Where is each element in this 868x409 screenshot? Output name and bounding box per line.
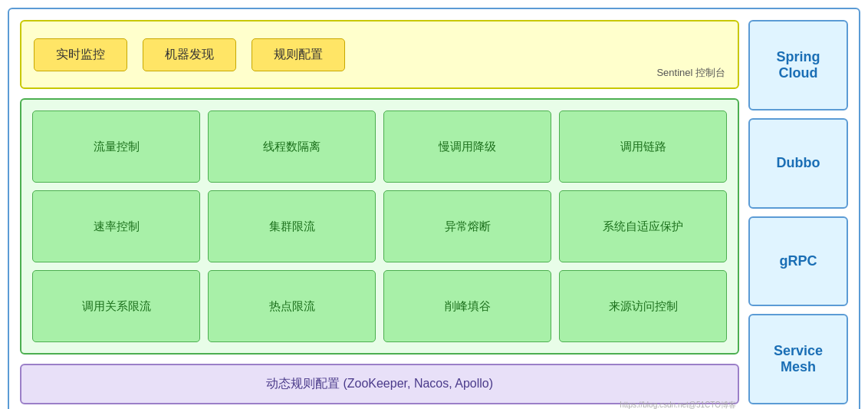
feature-flow-control: 流量控制 [32,110,200,183]
feature-exception-fuse: 异常熔断 [383,190,551,262]
main-container: 实时监控 机器发现 规则配置 Sentinel 控制台 流量控制 线程数隔离 慢… [8,8,860,409]
feature-hotspot-limit: 热点限流 [208,270,376,342]
feature-rate-control: 速率控制 [32,190,200,262]
features-row-1: 流量控制 线程数隔离 慢调用降级 调用链路 [32,110,727,183]
features-row-3: 调用关系限流 热点限流 削峰填谷 来源访问控制 [32,270,727,342]
feature-thread-isolation: 线程数隔离 [208,110,376,183]
sidebar-spring-cloud: SpringCloud [748,20,848,110]
sidebar-grpc: gRPC [748,216,848,307]
main-area: 实时监控 机器发现 规则配置 Sentinel 控制台 流量控制 线程数隔离 慢… [20,20,739,404]
feature-adaptive-protection: 系统自适应保护 [559,190,727,262]
features-row-2: 速率控制 集群限流 异常熔断 系统自适应保护 [32,190,727,262]
feature-source-access-control: 来源访问控制 [559,270,727,342]
sentinel-panel: 实时监控 机器发现 规则配置 Sentinel 控制台 [20,20,739,89]
feature-peak-shaving: 削峰填谷 [383,270,551,342]
sidebar-service-mesh: ServiceMesh [748,314,848,404]
sidebar: SpringCloud Dubbo gRPC ServiceMesh [748,20,848,404]
sidebar-dubbo: Dubbo [748,118,848,209]
feature-call-chain: 调用链路 [559,110,727,183]
dynamic-rules-label: 动态规则配置 (ZooKeeper, Nacos, Apollo) [266,376,493,392]
feature-cluster-limit: 集群限流 [208,190,376,262]
machine-discovery-box: 机器发现 [143,38,236,71]
rule-config-box: 规则配置 [252,38,345,71]
sentinel-label: Sentinel 控制台 [656,66,725,80]
feature-slow-call-degradation: 慢调用降级 [383,110,551,183]
features-panel: 流量控制 线程数隔离 慢调用降级 调用链路 速率控制 集群限流 异常熔断 系统自… [20,98,739,355]
realtime-monitor-box: 实时监控 [34,38,127,71]
feature-call-relation-limit: 调用关系限流 [32,270,200,342]
dynamic-rules-panel: 动态规则配置 (ZooKeeper, Nacos, Apollo) [20,364,739,404]
